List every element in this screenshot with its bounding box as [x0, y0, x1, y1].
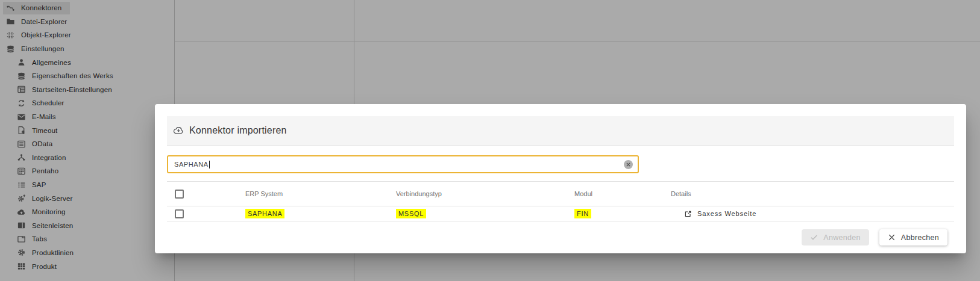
text-cursor: [209, 161, 210, 168]
details-link-label: Saxess Webseite: [697, 210, 756, 217]
connector-table: ERP System Verbindungstyp Modul Details …: [167, 181, 954, 221]
highlighted-match: MSSQL: [396, 209, 426, 218]
close-icon: [888, 233, 896, 241]
apply-button[interactable]: Anwenden: [802, 229, 868, 245]
highlighted-match: FIN: [574, 209, 591, 218]
search-input-value: SAPHANA: [174, 161, 209, 168]
check-icon: [810, 233, 818, 241]
dialog-header: Konnektor importieren: [167, 116, 954, 146]
table-row[interactable]: SAPHANA MSSQL FIN Saxess Webseite: [167, 206, 954, 221]
import-connector-dialog: Konnektor importieren SAPHANA ERP System…: [155, 104, 966, 253]
cancel-button-label: Abbrechen: [901, 233, 939, 242]
row-checkbox[interactable]: [175, 209, 184, 218]
modul-cell: FIN: [574, 209, 671, 218]
details-link[interactable]: Saxess Webseite: [684, 210, 756, 218]
verbindungstyp-cell: MSSQL: [396, 209, 574, 218]
search-input[interactable]: SAPHANA: [167, 155, 639, 173]
row-select-cell: [167, 209, 245, 218]
erp-system-cell: SAPHANA: [245, 209, 396, 218]
select-all-checkbox[interactable]: [175, 190, 184, 199]
clear-circle-icon: [626, 162, 630, 167]
column-header-details: Details: [671, 190, 954, 197]
select-all-cell: [167, 190, 245, 199]
dialog-footer: Anwenden Abbrechen: [802, 229, 947, 245]
highlighted-match: SAPHANA: [245, 209, 284, 218]
apply-button-label: Anwenden: [823, 233, 860, 242]
column-header-verbindungstyp: Verbindungstyp: [396, 190, 574, 197]
column-header-erp-system: ERP System: [245, 190, 396, 197]
dialog-title: Konnektor importieren: [189, 125, 287, 136]
external-link-icon: [684, 210, 692, 218]
cancel-button[interactable]: Abbrechen: [879, 229, 947, 245]
column-header-modul: Modul: [574, 190, 671, 197]
clear-search-button[interactable]: [624, 160, 633, 169]
table-header-row: ERP System Verbindungstyp Modul Details: [167, 182, 954, 206]
details-cell: Saxess Webseite: [671, 210, 954, 218]
cloud-download-icon: [173, 125, 189, 136]
